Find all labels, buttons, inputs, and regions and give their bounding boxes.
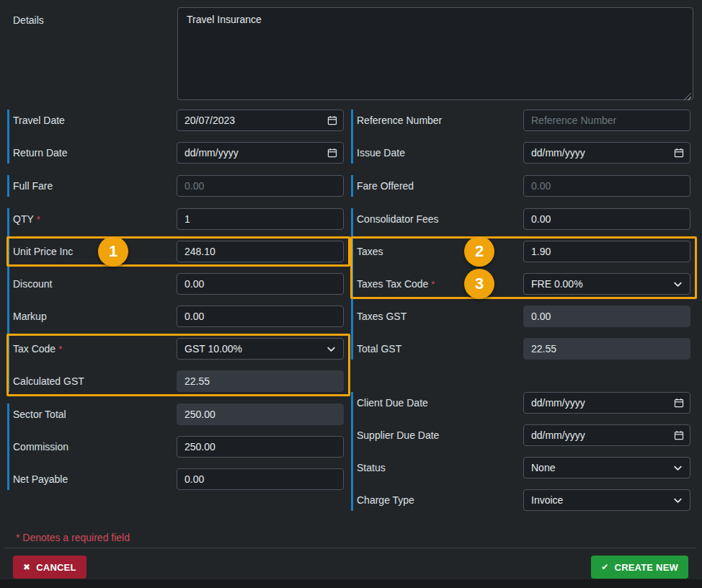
commission-input[interactable] [177, 436, 344, 458]
step-badge-1: 1 [98, 236, 128, 267]
status-label: Status [357, 462, 523, 473]
cancel-button[interactable]: ✖ CANCEL [13, 556, 86, 579]
fare-offered-label: Fare Offered [357, 180, 523, 192]
tax-code-selected-value: GST 10.00% [185, 343, 242, 355]
net-payable-input[interactable] [177, 468, 344, 490]
qty-label-text: QTY [13, 213, 34, 225]
charge-type-control: Invoice [523, 489, 690, 511]
chevron-down-icon [326, 345, 336, 353]
discount-control [177, 273, 344, 295]
tax-code-control: GST 10.00% [177, 338, 344, 360]
supplier-due-date-label-text: Supplier Due Date [357, 429, 439, 441]
fare-offered-control [523, 175, 690, 197]
field-row-taxes-gst: Taxes GST [357, 306, 690, 327]
field-row-sector-total: Sector Total [13, 404, 344, 425]
field-group-right-3: Consolidator FeesTaxes2Taxes Tax Code*FR… [351, 208, 693, 360]
sector-total-control [177, 404, 344, 425]
taxes-gst-input [523, 306, 690, 327]
required-asterisk: * [37, 214, 40, 225]
supplier-due-date-label: Supplier Due Date [357, 429, 523, 441]
return-date-control [177, 142, 344, 164]
chevron-down-icon [673, 280, 683, 288]
field-row-issue-date: Issue Date [357, 142, 690, 164]
form-grid: Travel DateReturn DateFull FareQTY*Unit … [7, 110, 693, 522]
required-note: * Denotes a required field [7, 532, 693, 543]
return-date-input[interactable] [177, 142, 344, 164]
markup-input[interactable] [177, 306, 344, 327]
reference-number-control [523, 110, 690, 131]
taxes-gst-control [523, 306, 690, 327]
net-payable-control [177, 468, 344, 490]
status-select[interactable]: None [523, 457, 690, 478]
reference-number-input[interactable] [523, 110, 690, 131]
calendar-icon[interactable] [674, 398, 684, 408]
client-due-date-input[interactable] [523, 392, 690, 414]
full-fare-label: Full Fare [13, 180, 177, 192]
unit-price-inc-control [177, 241, 344, 262]
taxes-tax-code-label-text: Taxes Tax Code [357, 278, 428, 290]
client-due-date-label-text: Client Due Date [357, 397, 428, 409]
calendar-icon[interactable] [327, 148, 337, 158]
taxes-input[interactable] [523, 241, 690, 262]
sector-total-input [177, 404, 344, 425]
markup-label-text: Markup [13, 311, 47, 322]
field-row-calculated-gst: Calculated GST [13, 370, 344, 392]
tax-code-label: Tax Code* [13, 343, 177, 355]
calculated-gst-label-text: Calculated GST [13, 375, 84, 387]
field-row-consolidator-fees: Consolidator Fees [357, 208, 690, 230]
net-payable-label-text: Net Payable [13, 473, 68, 485]
calculated-gst-label: Calculated GST [13, 375, 177, 387]
sector-total-label-text: Sector Total [13, 409, 66, 420]
issue-date-control [523, 142, 690, 164]
details-label: Details [7, 7, 177, 103]
travel-date-label-text: Travel Date [13, 115, 65, 126]
total-gst-input [523, 338, 690, 360]
discount-input[interactable] [177, 273, 344, 295]
create-new-button[interactable]: ✔ CREATE NEW [591, 556, 688, 579]
supplier-due-date-control [523, 424, 690, 446]
total-gst-control [523, 338, 690, 360]
step-badge-2: 2 [464, 236, 494, 267]
markup-control [177, 306, 344, 327]
consolidator-fees-input[interactable] [523, 208, 690, 230]
fare-offered-input[interactable] [523, 175, 690, 197]
calendar-icon[interactable] [674, 148, 684, 158]
client-due-date-control [523, 392, 690, 414]
tax-code-select[interactable]: GST 10.00% [177, 338, 344, 360]
field-group-right-2: Fare Offered [351, 175, 693, 197]
check-icon: ✔ [601, 563, 608, 571]
calendar-icon[interactable] [327, 115, 337, 125]
qty-input[interactable] [177, 208, 344, 230]
field-row-taxes: Taxes [357, 241, 690, 262]
charge-type-select[interactable]: Invoice [523, 489, 690, 511]
calculated-gst-control [177, 370, 344, 392]
issue-date-input[interactable] [523, 142, 690, 164]
client-due-date-label: Client Due Date [357, 397, 523, 409]
travel-date-input[interactable] [177, 110, 344, 131]
calendar-icon[interactable] [674, 430, 684, 440]
taxes-tax-code-select[interactable]: FRE 0.00% [523, 273, 690, 295]
field-row-tax-code: Tax Code*GST 10.00% [13, 338, 344, 360]
highlight-box: Taxes2Taxes Tax Code*FRE 0.00%3 [350, 236, 697, 299]
field-row-commission: Commission [13, 436, 344, 458]
details-row: Details Travel Insurance [7, 7, 693, 103]
field-row-travel-date: Travel Date [13, 110, 344, 131]
unit-price-inc-input[interactable] [177, 241, 344, 262]
unit-price-inc-label-text: Unit Price Inc [13, 246, 73, 257]
details-textarea[interactable]: Travel Insurance [177, 7, 693, 100]
highlight-box: Unit Price Inc1 [6, 236, 350, 267]
cancel-button-label: CANCEL [36, 562, 76, 573]
qty-control [177, 208, 344, 230]
taxes-gst-label-text: Taxes GST [357, 311, 406, 322]
field-group-right-4: Client Due DateSupplier Due DateStatusNo… [351, 392, 693, 511]
field-row-client-due-date: Client Due Date [357, 392, 690, 414]
field-row-return-date: Return Date [13, 142, 344, 164]
field-group-left-3: QTY*Unit Price Inc1DiscountMarkupTax Cod… [7, 208, 350, 392]
supplier-due-date-input[interactable] [523, 424, 690, 446]
full-fare-input[interactable] [177, 175, 344, 197]
create-new-button-label: CREATE NEW [615, 562, 678, 573]
charge-type-label-text: Charge Type [357, 494, 414, 506]
field-row-reference-number: Reference Number [357, 110, 690, 131]
x-icon: ✖ [23, 563, 30, 571]
field-group-right-1: Reference NumberIssue Date [351, 110, 693, 164]
